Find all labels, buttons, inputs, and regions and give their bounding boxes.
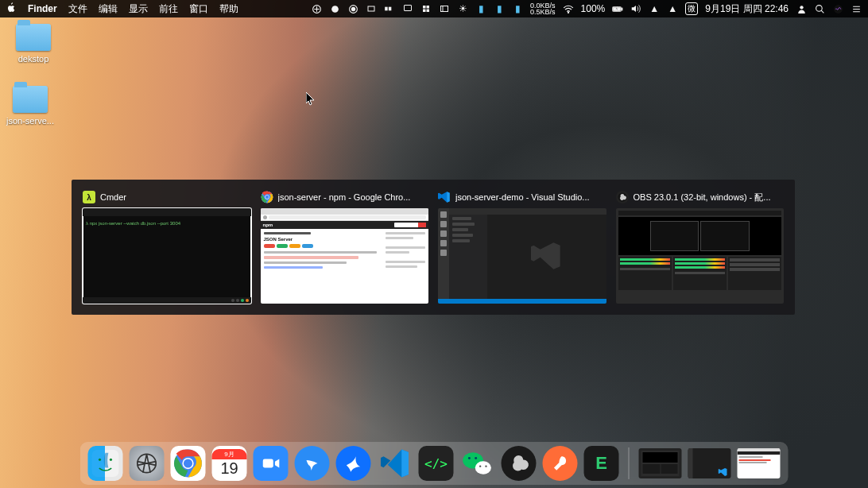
siri-icon[interactable]	[832, 3, 843, 14]
svg-rect-11	[427, 10, 430, 13]
svg-rect-33	[263, 459, 273, 468]
desktop-folder[interactable]: json-serve...	[5, 86, 56, 126]
menu-go[interactable]: 前往	[159, 2, 178, 16]
switcher-thumbnail	[438, 208, 606, 304]
switcher-item-title: OBS 23.0.1 (32-bit, windows) - 配...	[634, 192, 771, 203]
svg-rect-12	[441, 6, 448, 12]
dock-app-finder[interactable]	[88, 446, 123, 481]
switcher-thumbnail	[616, 208, 785, 304]
svg-point-3	[351, 7, 355, 10]
status-icon[interactable]: ▮	[512, 3, 523, 14]
volume-icon[interactable]	[630, 3, 641, 14]
svg-point-39	[485, 465, 486, 467]
menu-file[interactable]: 文件	[68, 2, 87, 16]
dock-app-wechat[interactable]	[460, 446, 495, 481]
dock-app-launchpad[interactable]	[130, 446, 165, 481]
dock: 9月 19 </> E	[80, 442, 789, 485]
svg-point-32	[184, 459, 192, 467]
svg-point-35	[475, 461, 491, 474]
app-switcher-panel: λ Cmder λ npx json-server --watch db.jso…	[72, 180, 795, 315]
battery-percent[interactable]: 100%	[581, 3, 606, 14]
svg-point-24	[265, 196, 268, 199]
dock-app-vscode[interactable]	[378, 446, 413, 481]
dock-minimized-vscode[interactable]	[688, 448, 731, 478]
svg-point-38	[479, 465, 481, 467]
svg-point-36	[468, 457, 471, 459]
svg-rect-10	[423, 10, 426, 13]
status-icon[interactable]: ▲	[667, 3, 678, 14]
svg-point-27	[99, 459, 101, 461]
svg-rect-4	[368, 6, 374, 11]
desktop-folder-label: json-serve...	[5, 116, 56, 126]
svg-point-13	[568, 12, 568, 13]
switcher-item-cmder[interactable]: λ Cmder λ npx json-server --watch db.jso…	[83, 191, 251, 304]
svg-rect-9	[427, 6, 430, 9]
search-icon[interactable]	[814, 3, 825, 14]
switcher-thumbnail: npm JSON Server	[261, 208, 429, 304]
menu-window[interactable]: 窗口	[189, 2, 208, 16]
svg-point-37	[475, 457, 477, 459]
status-icon[interactable]	[439, 3, 450, 14]
menubar: Finder 文件 编辑 显示 前往 窗口 帮助 ☀ ▮ ▮ ▮ 0.0KB/s…	[0, 0, 868, 17]
active-app-name[interactable]: Finder	[28, 3, 57, 14]
dock-app-terminal[interactable]: </>	[419, 446, 454, 481]
mouse-cursor	[306, 92, 316, 107]
desktop-folder[interactable]: dekstop	[8, 24, 59, 64]
status-icon[interactable]	[384, 3, 395, 14]
chrome-icon	[261, 191, 273, 203]
switcher-item-title: Cmder	[100, 192, 126, 202]
vscode-icon	[438, 191, 451, 203]
status-icon[interactable]: ▮	[475, 3, 486, 14]
svg-point-1	[331, 6, 339, 13]
battery-icon[interactable]	[612, 3, 623, 14]
apple-menu-icon[interactable]	[6, 2, 17, 15]
switcher-item-title: json-server-demo - Visual Studio...	[455, 192, 590, 202]
svg-point-18	[816, 5, 822, 11]
status-icon[interactable]: ▮	[494, 3, 505, 14]
status-icon-obs[interactable]	[347, 3, 358, 14]
dock-app-chrome[interactable]	[171, 446, 206, 481]
network-speed[interactable]: 0.0KB/s 0.5KB/s	[530, 2, 556, 15]
svg-rect-8	[423, 6, 426, 9]
obs-icon	[616, 191, 629, 203]
svg-rect-7	[405, 6, 412, 11]
menu-view[interactable]: 显示	[129, 2, 148, 16]
eject-icon[interactable]: ▲	[649, 3, 660, 14]
status-icon[interactable]	[366, 3, 377, 14]
switcher-item-title: json-server - npm - Google Chro...	[278, 192, 411, 202]
status-icon[interactable]	[311, 3, 322, 14]
wifi-icon[interactable]	[563, 3, 574, 14]
svg-point-17	[800, 6, 803, 9]
svg-rect-6	[389, 7, 392, 11]
menu-help[interactable]: 帮助	[219, 2, 238, 16]
switcher-item-obs[interactable]: OBS 23.0.1 (32-bit, windows) - 配...	[616, 191, 785, 304]
switcher-item-vscode[interactable]: json-server-demo - Visual Studio...	[438, 191, 606, 304]
dock-app-evernote[interactable]: E	[584, 446, 619, 481]
dock-app-obs[interactable]	[502, 446, 537, 481]
dock-app-feishu[interactable]	[336, 446, 371, 481]
wechat-indicator[interactable]: 微	[685, 2, 698, 15]
switcher-item-chrome[interactable]: json-server - npm - Google Chro... npm J…	[261, 191, 429, 304]
status-icon[interactable]	[420, 3, 432, 14]
svg-rect-5	[385, 7, 388, 11]
svg-rect-16	[622, 8, 622, 10]
menu-edit[interactable]: 编辑	[99, 2, 118, 16]
dock-app-calendar[interactable]: 9月 19	[212, 446, 247, 481]
status-icon[interactable]	[329, 3, 340, 14]
brightness-icon[interactable]: ☀	[457, 3, 468, 14]
status-icon[interactable]	[402, 3, 413, 14]
dock-app-postman[interactable]	[543, 446, 578, 481]
notification-center-icon[interactable]	[851, 3, 862, 14]
dock-app-zoom[interactable]	[254, 446, 289, 481]
dock-minimized-chrome[interactable]	[738, 448, 781, 478]
desktop-folder-label: dekstop	[8, 54, 59, 64]
cmder-icon: λ	[83, 191, 95, 203]
datetime[interactable]: 9月19日 周四 22:46	[705, 2, 789, 16]
dock-app-dingtalk[interactable]	[295, 446, 330, 481]
svg-point-28	[110, 459, 112, 461]
dock-minimized-obs[interactable]	[639, 448, 682, 478]
dock-separator	[629, 447, 630, 479]
user-icon[interactable]	[796, 3, 807, 14]
switcher-thumbnail: λ npx json-server --watch db.json --port…	[83, 208, 251, 304]
